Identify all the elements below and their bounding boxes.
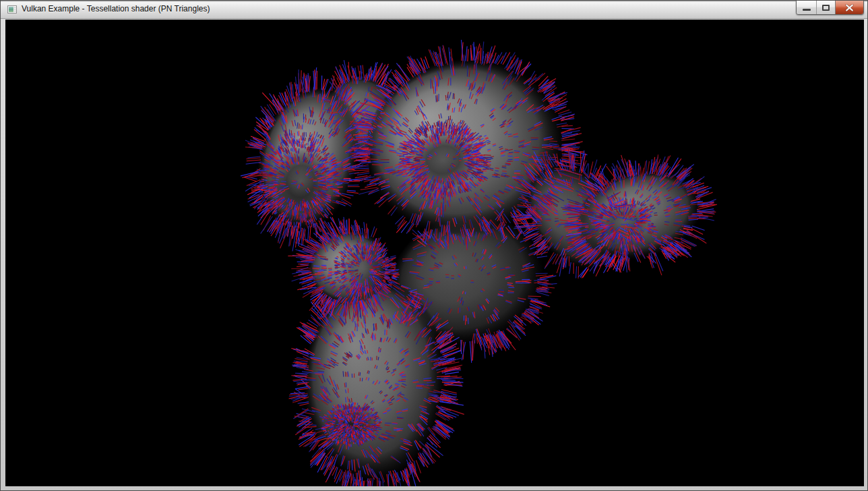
app-icon [7, 4, 18, 15]
minimize-button[interactable] [797, 1, 816, 14]
window-title: Vulkan Example - Tessellation shader (PN… [22, 4, 210, 13]
render-viewport[interactable] [5, 20, 864, 486]
viewport-canvas[interactable] [5, 20, 864, 486]
maximize-button[interactable] [816, 1, 836, 14]
maximize-icon [822, 5, 830, 11]
minimize-icon [803, 9, 811, 11]
close-button[interactable] [836, 1, 863, 14]
window: Vulkan Example - Tessellation shader (PN… [0, 0, 868, 491]
caption-buttons [796, 1, 864, 15]
title-bar[interactable]: Vulkan Example - Tessellation shader (PN… [1, 1, 867, 19]
close-icon [845, 4, 854, 11]
